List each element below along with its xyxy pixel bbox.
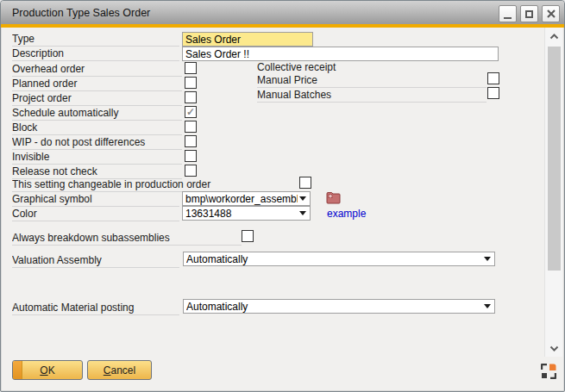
close-button[interactable] <box>542 5 560 22</box>
scroll-down-icon <box>549 345 559 352</box>
material-posting-label: Automatic Material posting <box>12 302 179 315</box>
dropdown-arrow-icon <box>484 257 491 261</box>
scrollbar-thumb[interactable] <box>548 47 561 271</box>
checkbox-release-not-check[interactable] <box>185 165 197 177</box>
description-input[interactable] <box>182 47 499 61</box>
scroll-up-icon <box>549 34 559 40</box>
graphical-symbol-label: Graphical symbol <box>12 193 179 207</box>
valuation-assembly-dropdown[interactable]: Automatically <box>183 252 495 266</box>
resize-grip-icon[interactable] <box>541 364 556 379</box>
graphical-symbol-value: bmp\workorder_assembly_re <box>185 193 298 205</box>
checkmark: ✓ <box>186 107 195 117</box>
checkbox-label-block: Block <box>12 121 182 135</box>
type-label: Type <box>12 33 179 47</box>
color-value: 13631488 <box>185 208 298 220</box>
checkbox-planned-order[interactable] <box>185 77 197 89</box>
checkbox-label-overhead-order: Overhead order <box>12 63 182 77</box>
footer-bar: OK Cancel <box>1 357 564 391</box>
checkbox-label-setting-changeable: This setting changeable in production or… <box>12 178 299 192</box>
checkbox-label-wip: WIP - do not post differences <box>12 136 182 150</box>
graphical-symbol-dropdown[interactable]: bmp\workorder_assembly_re <box>182 191 311 206</box>
checkbox-wip[interactable] <box>185 135 197 147</box>
ok-button-focus-stripe <box>13 361 22 379</box>
maximize-icon <box>525 10 533 18</box>
close-icon <box>547 9 556 18</box>
minimize-icon <box>504 17 512 19</box>
checkbox-project-order[interactable] <box>185 91 197 103</box>
dropdown-arrow-icon <box>484 304 491 308</box>
color-example-preview: example <box>327 208 366 220</box>
valuation-assembly-label: Valuation Assembly <box>12 254 179 268</box>
checkbox-manual-batches[interactable] <box>487 87 499 99</box>
valuation-assembly-value: Automatically <box>186 253 482 265</box>
checkbox-schedule-automatically[interactable]: ✓ <box>185 106 197 118</box>
vertical-scrollbar[interactable] <box>544 28 562 357</box>
material-posting-dropdown[interactable]: Automatically <box>183 299 495 314</box>
checkbox-label-schedule-automatically: Schedule automatically <box>12 107 182 121</box>
checkbox-label-always-breakdown: Always breakdown subassemblies <box>12 232 242 246</box>
checkbox-setting-changeable[interactable] <box>299 177 311 189</box>
ok-button[interactable]: OK <box>12 360 83 380</box>
checkbox-label-manual-batches: Manual Batches <box>257 89 487 103</box>
form-area: Type Description Overhead order Planned … <box>1 28 564 357</box>
ok-label-rest: K <box>48 364 55 376</box>
checkbox-manual-price[interactable] <box>487 72 499 84</box>
scroll-up-button[interactable] <box>547 30 562 42</box>
window-controls <box>499 5 560 22</box>
ok-label: O <box>40 364 47 376</box>
type-input[interactable] <box>182 32 313 47</box>
checkbox-label-manual-price: Manual Price <box>257 74 487 88</box>
dropdown-arrow-icon <box>299 211 306 215</box>
checkbox-label-planned-order: Planned order <box>12 78 182 91</box>
checkbox-label-release-not-check: Release not check <box>12 165 182 179</box>
dropdown-arrow-icon <box>299 196 306 201</box>
scroll-down-button[interactable] <box>547 342 562 354</box>
checkbox-overhead-order[interactable] <box>185 62 197 74</box>
maximize-button[interactable] <box>520 5 538 22</box>
window-title: Production Type Sales Order <box>12 7 150 19</box>
material-posting-value: Automatically <box>186 301 482 313</box>
cancel-label-rest: ancel <box>110 364 135 376</box>
checkbox-label-project-order: Project order <box>12 92 182 106</box>
checkbox-always-breakdown[interactable] <box>242 230 254 242</box>
checkbox-label-invisible: Invisible <box>12 151 182 165</box>
color-label: Color <box>12 208 179 221</box>
checkbox-block[interactable] <box>185 121 197 133</box>
color-dropdown[interactable]: 13631488 <box>182 206 311 221</box>
description-label: Description <box>12 47 179 61</box>
minimize-button[interactable] <box>499 5 517 22</box>
titlebar[interactable]: Production Type Sales Order <box>1 1 564 24</box>
cancel-button[interactable]: Cancel <box>87 360 152 380</box>
dialog-window: Production Type Sales Order Type Descrip… <box>0 0 565 392</box>
checkbox-invisible[interactable] <box>185 150 197 162</box>
folder-icon <box>326 191 342 204</box>
collective-receipt-heading: Collective receipt <box>257 61 487 75</box>
